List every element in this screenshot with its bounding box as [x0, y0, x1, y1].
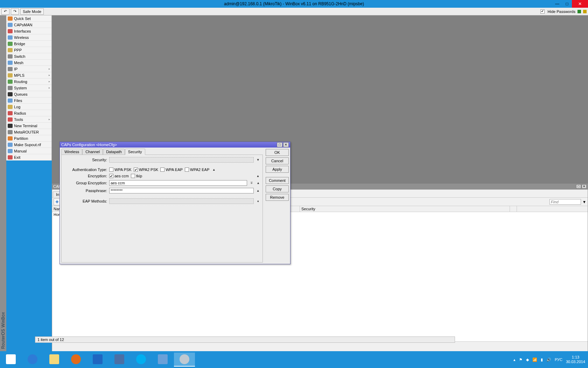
sidebar-item-mpls[interactable]: MPLS▸ [6, 72, 51, 79]
dialog-titlebar[interactable]: CAPs Configuration <HomeCfg> □ ✕ [60, 142, 290, 148]
auth-collapse-icon[interactable]: ▲ [211, 168, 216, 171]
hide-passwords-checkbox[interactable]: ✔ [540, 9, 545, 14]
tray-clock[interactable]: 1:13 30.03.2014 [566, 355, 585, 364]
sidebar-item-ppp[interactable]: PPP [6, 47, 51, 53]
taskbar-outlook[interactable] [87, 353, 108, 367]
dialog-tab-channel[interactable]: Channel [82, 149, 103, 155]
apply-button[interactable]: Apply [266, 166, 289, 173]
sidebar-item-exit[interactable]: Exit [6, 154, 51, 161]
tray-battery-icon[interactable]: ▮ [541, 357, 543, 362]
redo-button[interactable]: ↷ [11, 8, 19, 15]
dialog-restore-button[interactable]: □ [277, 142, 282, 147]
dialog-tab-security[interactable]: Security [125, 149, 145, 155]
sidebar-item-system[interactable]: System▸ [6, 85, 51, 91]
enc-collapse-icon[interactable]: ▲ [255, 174, 260, 178]
column-header[interactable]: Security [300, 206, 510, 212]
sidebar-item-metarouter[interactable]: MetaROUTER [6, 129, 51, 135]
wpa-psk-checkbox[interactable] [109, 168, 113, 172]
submenu-arrow-icon: ▸ [49, 118, 50, 121]
start-button[interactable] [0, 353, 21, 367]
sidebar-item-new-terminal[interactable]: New Terminal [6, 123, 51, 129]
sidebar-item-capsman[interactable]: CAPsMAN [6, 22, 51, 28]
tray-lang[interactable]: РУС [555, 357, 562, 362]
submenu-arrow-icon: ▸ [49, 80, 50, 83]
sidebar-item-files[interactable]: Files [6, 97, 51, 104]
sidebar-item-bridge[interactable]: Bridge [6, 41, 51, 47]
tray-up-icon[interactable]: ▴ [513, 357, 516, 362]
dialog-tab-wireless[interactable]: Wireless [61, 149, 82, 155]
copy-button[interactable]: Copy [266, 185, 289, 192]
taskbar-explorer[interactable] [44, 353, 65, 367]
sidebar-item-manual[interactable]: Manual [6, 148, 51, 154]
sidebar-item-make-supout-rif[interactable]: Make Supout.rif [6, 142, 51, 148]
passphrase-collapse-icon[interactable]: ▲ [256, 189, 260, 192]
os-minimize-button[interactable]: — [552, 0, 562, 8]
system-tray[interactable]: ▴ ⚑ ◆ 📶 ▮ 🔊 РУС 1:13 30.03.2014 [513, 355, 588, 364]
cap-list-window-controls[interactable]: □ ✕ [576, 184, 587, 189]
ok-button[interactable]: OK [266, 149, 289, 156]
session-lock-icon [583, 10, 587, 13]
os-taskbar: ▴ ⚑ ◆ 📶 ▮ 🔊 РУС 1:13 30.03.2014 [0, 351, 588, 368]
tray-volume-icon[interactable]: 🔊 [546, 357, 551, 362]
taskbar-skype[interactable] [131, 353, 152, 367]
os-maximize-button[interactable]: □ [562, 0, 572, 8]
sidebar-item-mesh[interactable]: Mesh [6, 60, 51, 66]
menu-icon [8, 98, 13, 103]
column-header[interactable] [510, 206, 517, 212]
group-enc-dropdown-icon[interactable]: ∓ [249, 181, 254, 185]
taskbar-winbox[interactable] [174, 353, 195, 367]
comment-button[interactable]: Comment [266, 177, 289, 184]
remove-button[interactable]: Remove [266, 194, 289, 201]
sidebar-item-switch[interactable]: Switch [6, 53, 51, 60]
group-encryption-select[interactable] [109, 180, 247, 186]
safe-mode-button[interactable]: Safe Mode [20, 8, 44, 15]
sidebar-item-routing[interactable]: Routing▸ [6, 79, 51, 85]
sidebar-item-partition[interactable]: Partition [6, 135, 51, 142]
taskbar-app1[interactable] [109, 353, 130, 367]
tray-time: 1:13 [566, 355, 585, 360]
sidebar-item-label: PPP [14, 48, 22, 52]
sidebar-item-radius[interactable]: Radius [6, 110, 51, 116]
sidebar-item-quick-set[interactable]: Quick Set [6, 15, 51, 22]
sidebar-item-ip[interactable]: IP▸ [6, 66, 51, 72]
eap-spinner-icon[interactable]: ♦ [256, 199, 260, 203]
taskbar-app2[interactable] [152, 353, 173, 367]
group-enc-collapse-icon[interactable]: ▲ [256, 181, 260, 185]
tkip-checkbox[interactable] [131, 174, 135, 178]
sidebar-item-queues[interactable]: Queues [6, 91, 51, 97]
sidebar-item-label: Interfaces [14, 29, 31, 33]
tray-flag-icon[interactable]: ⚑ [519, 357, 523, 362]
security-combo[interactable] [109, 157, 254, 163]
find-input[interactable] [550, 199, 581, 205]
sidebar-item-label: Routing [14, 80, 27, 84]
dialog-close-button[interactable]: ✕ [283, 142, 289, 147]
filter-dropdown-icon[interactable]: ▼ [582, 200, 586, 204]
hide-passwords-label: Hide Passwords [548, 9, 575, 14]
menu-icon [8, 16, 13, 21]
wpa2-psk-checkbox[interactable]: ✔ [134, 168, 138, 172]
security-dropdown-icon[interactable]: ▼ [256, 158, 260, 162]
dialog-title: CAPs Configuration <HomeCfg> [61, 143, 117, 147]
sidebar-item-log[interactable]: Log [6, 104, 51, 110]
wpa-eap-checkbox[interactable] [160, 168, 164, 172]
sidebar-item-wireless[interactable]: Wireless [6, 34, 51, 41]
sidebar-item-label: Partition [14, 136, 28, 141]
tray-dropbox-icon[interactable]: ◆ [526, 357, 529, 362]
cancel-button[interactable]: Cancel [266, 157, 289, 164]
menu-icon [8, 61, 13, 65]
sidebar-item-label: Tools [14, 117, 23, 122]
wpa2-eap-checkbox[interactable] [185, 168, 189, 172]
taskbar-ie[interactable] [22, 353, 43, 367]
aes-ccm-checkbox[interactable]: ✔ [109, 174, 113, 178]
auth-type-label: Authentication Type: [64, 168, 109, 172]
tray-network-icon[interactable]: 📶 [532, 357, 537, 362]
dialog-tab-datapath[interactable]: Datapath [103, 149, 125, 155]
eap-methods-combo[interactable] [109, 198, 254, 204]
os-close-button[interactable]: ✕ [572, 0, 588, 8]
sidebar-item-tools[interactable]: Tools▸ [6, 116, 51, 123]
undo-button[interactable]: ↶ [1, 8, 9, 15]
taskbar-firefox[interactable] [65, 353, 86, 367]
passphrase-input[interactable] [109, 188, 254, 193]
sidebar-item-interfaces[interactable]: Interfaces [6, 28, 51, 34]
menu-icon [8, 67, 13, 71]
